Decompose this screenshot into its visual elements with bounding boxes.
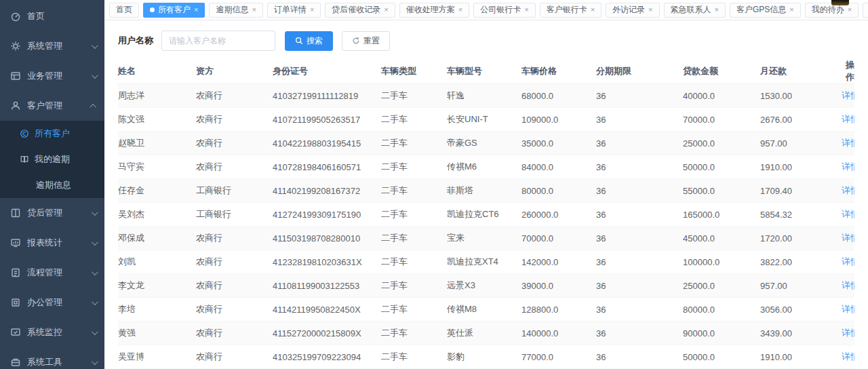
column-header: 分期期限 (596, 59, 683, 84)
tab-label: 逾期信息 (216, 4, 248, 16)
cell-vehicle-model: 影豹 (447, 345, 521, 369)
sidebar-item-office[interactable]: 办公管理 (0, 288, 104, 317)
detail-link[interactable]: 详情 (842, 90, 854, 100)
table-row: 李培 农商行 41142119950822450X 二手车 传祺M8 12880… (118, 298, 854, 322)
sidebar-item-business[interactable]: 业务管理 (0, 61, 104, 91)
cell-installment-term: 36 (596, 132, 683, 155)
tab-close-icon[interactable]: × (648, 6, 652, 14)
detail-link[interactable]: 详情 (842, 351, 854, 362)
search-form: 用户名称 搜索 重置 (104, 20, 868, 59)
cell-loan-amount: 70000.0 (683, 108, 760, 132)
cell-monthly-payment: 1910.00 (760, 155, 842, 179)
sidebar-item-system[interactable]: 系统管理 (0, 31, 104, 61)
tab[interactable]: 紧急联系人 × (664, 3, 726, 18)
tab[interactable]: 逾期信息 × (209, 3, 262, 18)
table-row: 吴亚博 农商行 410325199709223094 二手车 影豹 77000.… (118, 345, 854, 369)
cell-id-number: 412724199309175190 (273, 203, 381, 227)
tab[interactable]: 客户银行卡 × (540, 3, 601, 18)
detail-link[interactable]: 详情 (842, 209, 854, 219)
cell-funder: 工商银行 (196, 203, 273, 227)
detail-link[interactable]: 详情 (842, 114, 854, 124)
reset-button[interactable]: 重置 (342, 31, 390, 51)
tab-close-icon[interactable]: × (458, 6, 462, 14)
main-area: 首页 × 所有客户 × 逾期信息 × 订单详情 (104, 0, 868, 369)
cell-installment-term: 36 (596, 345, 683, 369)
detail-link[interactable]: 详情 (842, 256, 854, 267)
sidebar-item-process[interactable]: 流程管理 (0, 258, 104, 288)
cell-loan-amount: 90000.0 (683, 322, 760, 345)
detail-link[interactable]: 详情 (842, 161, 854, 172)
cell-installment-term: 36 (596, 108, 683, 132)
tab[interactable]: 客户GPS信息 × (730, 3, 801, 18)
sidebar-item-all-customers[interactable]: 所有客户 (0, 121, 104, 147)
tab-close-icon[interactable]: × (194, 6, 198, 14)
cell-vehicle-model: 宝来 (447, 227, 521, 250)
sidebar-item-postloan[interactable]: 贷后管理 (0, 198, 104, 228)
sidebar-item-home[interactable]: 首页 (0, 1, 104, 31)
sidebar-item-label: 流程管理 (27, 267, 92, 279)
chevron-down-icon (92, 328, 98, 335)
tab-label: 公司银行卡 (480, 4, 521, 16)
tab[interactable]: 订单详情 × (267, 3, 321, 18)
tab[interactable]: 首页 × (109, 3, 139, 18)
tab-close-icon[interactable]: × (789, 6, 793, 14)
table-row: 李文龙 农商行 411081199003122553 二手车 远景X3 3900… (118, 274, 854, 298)
tab-close-icon[interactable]: × (524, 6, 528, 14)
sidebar-item-my-overdue[interactable]: 我的逾期 (0, 147, 104, 172)
sidebar-item-label: 逾期信息 (36, 179, 71, 191)
sidebar-item-monitoring[interactable]: 系统监控 (0, 317, 104, 347)
cell-installment-term: 36 (596, 322, 683, 345)
tab[interactable]: 我的流程 × (863, 3, 868, 18)
tab[interactable]: 公司银行卡 × (473, 3, 535, 18)
sidebar-item-label: 我的逾期 (35, 153, 70, 166)
detail-link[interactable]: 详情 (842, 280, 854, 290)
table-row: 任存金 工商银行 411402199208167372 二手车 菲斯塔 8000… (118, 179, 854, 203)
tab[interactable]: 催收处理方案 × (399, 3, 469, 18)
tab-close-icon[interactable]: × (848, 6, 852, 14)
columns-icon (10, 208, 21, 218)
table-row: 马守宾 农商行 410728198406160571 二手车 传祺M6 8400… (118, 155, 854, 179)
cell-vehicle-price: 109000.0 (521, 108, 596, 132)
tab-close-icon[interactable]: × (591, 6, 595, 14)
workflow-icon (10, 267, 21, 278)
tab-close-icon[interactable]: × (384, 6, 388, 14)
detail-link[interactable]: 详情 (842, 185, 854, 195)
tab-close-icon[interactable]: × (252, 6, 256, 14)
cell-monthly-payment: 1720.00 (760, 227, 842, 250)
sidebar-item-customer[interactable]: 客户管理 (0, 91, 104, 121)
detail-link[interactable]: 详情 (842, 304, 854, 314)
cell-funder: 农商行 (196, 108, 273, 132)
cell-vehicle-price: 70000.0 (521, 227, 596, 250)
cell-monthly-payment: 1709.40 (760, 179, 842, 203)
detail-link[interactable]: 详情 (842, 138, 854, 148)
cell-vehicle-price: 77000.0 (521, 345, 596, 369)
dashboard-icon (10, 11, 21, 22)
sidebar-item-overdue-info[interactable]: 逾期信息 (0, 172, 104, 198)
tab[interactable]: 所有客户 × (143, 3, 205, 18)
tab[interactable]: 外访记录 × (606, 3, 659, 18)
cell-vehicle-model: 传祺M8 (447, 298, 521, 322)
table-row: 陈文强 农商行 410721199505263517 二手车 长安UNI-T 1… (118, 108, 854, 132)
sidebar-item-tools[interactable]: 系统工具 (0, 347, 104, 369)
column-header: 身份证号 (273, 59, 381, 84)
cell-funder: 农商行 (196, 274, 273, 298)
chart-monitor-icon (10, 237, 21, 248)
cell-funder: 工商银行 (196, 179, 273, 203)
customer-name-input[interactable] (161, 31, 275, 51)
cell-monthly-payment: 5854.32 (760, 203, 842, 227)
cell-name: 马守宾 (118, 155, 196, 179)
detail-link[interactable]: 详情 (842, 233, 854, 243)
tab-close-icon[interactable]: × (715, 6, 719, 14)
cell-loan-amount: 50000.0 (683, 345, 760, 369)
cell-funder: 农商行 (196, 345, 273, 369)
tab[interactable]: 贷后催收记录 × (325, 3, 395, 18)
chevron-down-icon (92, 298, 98, 305)
detail-link[interactable]: 详情 (842, 328, 854, 338)
search-button[interactable]: 搜索 (285, 31, 333, 51)
tab-close-icon[interactable]: × (310, 6, 314, 14)
sidebar-item-reports[interactable]: 报表统计 (0, 228, 104, 258)
cell-monthly-payment: 957.00 (760, 132, 842, 155)
cell-vehicle-type: 二手车 (381, 84, 447, 108)
sidebar-item-label: 贷后管理 (27, 207, 92, 219)
cell-loan-amount: 55000.0 (683, 179, 760, 203)
